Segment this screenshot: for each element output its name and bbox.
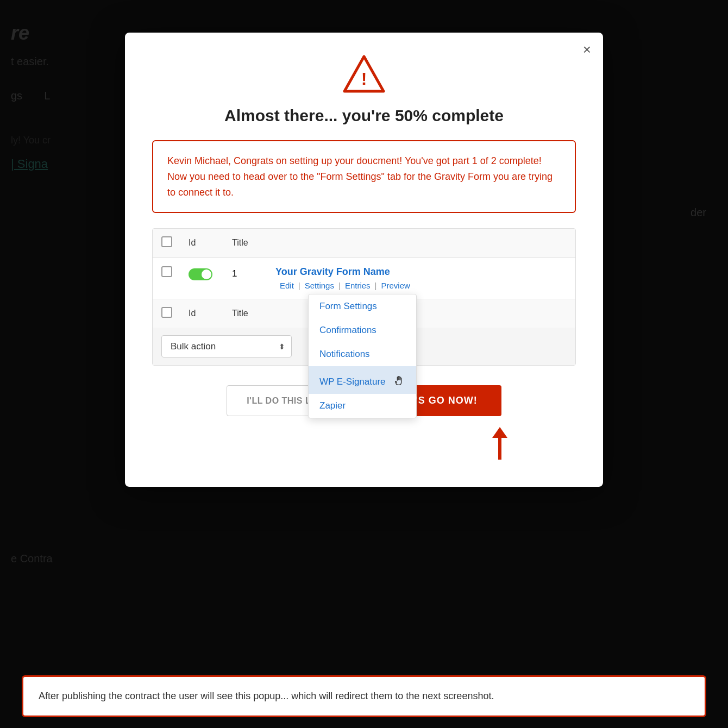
forms-table: Id Title 1 Your Gravity Form Name Edit (152, 228, 576, 366)
form-name-link[interactable]: Your Gravity Form Name (275, 266, 567, 278)
settings-dropdown: Form Settings Confirmations Notification… (308, 294, 417, 418)
col-id-header: Id (189, 238, 232, 248)
bulk-action-wrapper: Bulk action ⬍ (161, 335, 292, 357)
dropdown-notifications[interactable]: Notifications (309, 342, 416, 366)
col-id-header2: Id (189, 309, 232, 318)
svg-marker-3 (492, 427, 507, 438)
dropdown-form-settings[interactable]: Form Settings (309, 294, 416, 318)
edit-link[interactable]: Edit (275, 281, 298, 290)
modal-dialog: × ! Almost there... you're 50% complete … (125, 33, 603, 487)
arrow-container (152, 427, 576, 460)
modal-title: Almost there... you're 50% complete (152, 106, 576, 125)
preview-link[interactable]: Preview (376, 281, 414, 290)
bulk-action-select[interactable]: Bulk action (161, 335, 292, 357)
warning-icon-container: ! (152, 54, 576, 93)
warning-triangle-icon: ! (342, 54, 386, 93)
red-arrow-icon (489, 427, 511, 460)
row-id: 1 (232, 266, 275, 279)
dropdown-wp-esignature[interactable]: WP E-Signature (309, 366, 416, 394)
row-toggle[interactable] (189, 266, 232, 281)
col-title-header: Title (232, 238, 275, 248)
annotation-text: After publishing the contract the user w… (39, 689, 689, 704)
svg-text:!: ! (361, 69, 367, 89)
row-checkbox[interactable] (161, 266, 189, 279)
row-content: Your Gravity Form Name Edit | Settings |… (275, 266, 567, 290)
table-data-row: 1 Your Gravity Form Name Edit | Settings… (153, 258, 575, 299)
settings-link[interactable]: Settings (300, 281, 338, 290)
modal-message: Kevin Michael, Congrats on setting up yo… (152, 140, 576, 213)
dropdown-confirmations[interactable]: Confirmations (309, 318, 416, 342)
form-actions: Edit | Settings | Entries | Preview Form… (275, 281, 567, 290)
modal-wrapper: × ! Almost there... you're 50% complete … (0, 0, 728, 728)
dropdown-zapier[interactable]: Zapier (309, 394, 416, 418)
entries-link[interactable]: Entries (341, 281, 375, 290)
col-title-header2: Title (232, 309, 275, 318)
annotation-box: After publishing the contract the user w… (22, 675, 706, 717)
checkbox-header2[interactable] (161, 307, 189, 320)
modal-close-button[interactable]: × (583, 42, 591, 57)
checkbox-header[interactable] (161, 236, 189, 249)
table-header-row: Id Title (153, 229, 575, 258)
